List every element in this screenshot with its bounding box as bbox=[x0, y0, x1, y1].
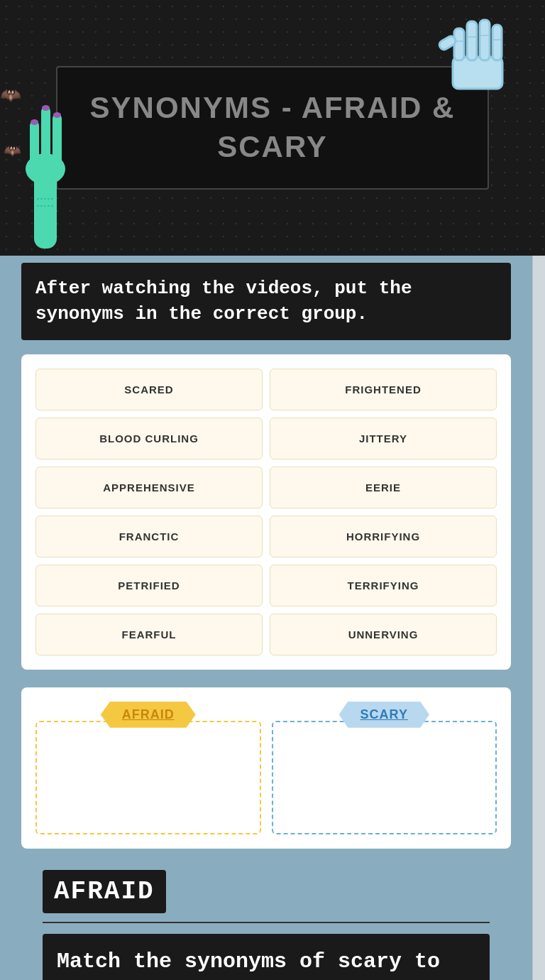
match-instruction-text: Match the synonyms of scary to their def… bbox=[57, 947, 475, 980]
green-hand-decoration bbox=[14, 92, 78, 234]
svg-rect-14 bbox=[53, 114, 62, 174]
afraid-section-label: AFRAID bbox=[54, 877, 155, 906]
svg-rect-4 bbox=[492, 25, 502, 60]
words-grid: SCARED FRIGHTENED BLOOD CURLING JITTERY … bbox=[35, 369, 497, 655]
word-card-apprehensive[interactable]: APPREHENSIVE bbox=[35, 467, 263, 508]
word-card-petrified[interactable]: PETRIFIED bbox=[35, 565, 263, 606]
scary-ribbon-wrapper: SCARY bbox=[272, 702, 497, 728]
svg-rect-3 bbox=[480, 20, 490, 60]
svg-rect-1 bbox=[454, 28, 464, 60]
word-card-unnerving[interactable]: UNNERVING bbox=[270, 614, 497, 655]
header-area: 🦇 🦇 SYNONYMS - AFRAID & SCARY bbox=[0, 0, 545, 256]
svg-rect-2 bbox=[467, 21, 477, 60]
instruction-text: After watching the videos, put the synon… bbox=[35, 276, 497, 327]
svg-rect-0 bbox=[453, 57, 502, 89]
main-content: After watching the videos, put the synon… bbox=[0, 256, 545, 980]
scrollbar-track[interactable] bbox=[532, 256, 545, 980]
content-area: After watching the videos, put the synon… bbox=[0, 256, 532, 980]
scary-zone-wrapper: SCARY bbox=[272, 702, 497, 834]
bat-decoration-bottom: 🦇 bbox=[4, 142, 21, 159]
word-card-fearful[interactable]: FEARFUL bbox=[35, 614, 263, 655]
afraid-ribbon-wrapper: AFRAID bbox=[35, 702, 261, 728]
scary-drop-zone[interactable] bbox=[272, 721, 497, 834]
svg-point-15 bbox=[31, 119, 38, 125]
word-card-jittery[interactable]: JITTERY bbox=[270, 418, 497, 459]
svg-point-16 bbox=[42, 105, 50, 111]
svg-point-17 bbox=[53, 112, 61, 118]
svg-rect-13 bbox=[41, 107, 50, 174]
afraid-ribbon: AFRAID bbox=[101, 702, 196, 728]
page-title: SYNONYMS - AFRAID & SCARY bbox=[86, 89, 459, 166]
word-card-horrifying[interactable]: HORRIFYING bbox=[270, 516, 497, 557]
words-container: SCARED FRIGHTENED BLOOD CURLING JITTERY … bbox=[21, 354, 511, 670]
match-instruction-box: Match the synonyms of scary to their def… bbox=[43, 934, 490, 980]
scary-ribbon: SCARY bbox=[339, 702, 429, 728]
word-card-blood-curling[interactable]: BLOOD CURLING bbox=[35, 418, 263, 459]
bat-decoration-top: 🦇 bbox=[0, 85, 21, 105]
word-card-scared[interactable]: SCARED bbox=[35, 369, 263, 410]
skeleton-hand-decoration bbox=[417, 0, 531, 99]
bottom-section: AFRAID Match the synonyms of scary to th… bbox=[21, 870, 511, 980]
word-card-frightened[interactable]: FRIGHTENED bbox=[270, 369, 497, 410]
word-card-terrifying[interactable]: TERRIFYING bbox=[270, 565, 497, 606]
drop-zones-container: AFRAID SCARY bbox=[21, 687, 511, 849]
instruction-box: After watching the videos, put the synon… bbox=[21, 263, 511, 340]
afraid-label-box: AFRAID bbox=[43, 870, 166, 913]
svg-rect-12 bbox=[30, 121, 39, 174]
section-divider bbox=[43, 922, 490, 923]
word-card-eerie[interactable]: EERIE bbox=[270, 467, 497, 508]
drop-zones-row: AFRAID SCARY bbox=[35, 702, 497, 834]
afraid-zone-wrapper: AFRAID bbox=[35, 702, 261, 834]
word-card-franctic[interactable]: FRANCTIC bbox=[35, 516, 263, 557]
afraid-drop-zone[interactable] bbox=[35, 721, 261, 834]
